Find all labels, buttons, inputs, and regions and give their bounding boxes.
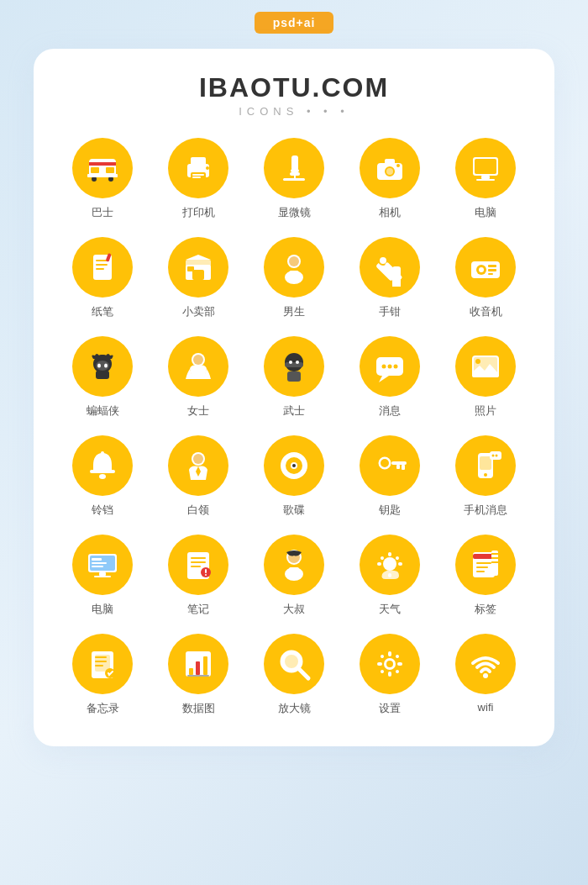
icon-item-printer: 打印机	[155, 138, 242, 220]
svg-rect-132	[196, 661, 200, 675]
icon-label-message: 消息	[379, 403, 401, 419]
svg-rect-85	[480, 456, 491, 470]
svg-rect-144	[395, 654, 400, 659]
icon-item-weather: 天气	[346, 535, 433, 617]
icon-item-shop: 小卖部	[155, 237, 242, 319]
icon-item-photo: 照片	[442, 336, 529, 419]
svg-rect-92	[99, 572, 106, 576]
icon-circle-radio	[455, 237, 516, 298]
svg-rect-126	[95, 656, 107, 658]
svg-rect-29	[96, 264, 108, 266]
icon-item-mobilemsg: 手机消息	[442, 435, 529, 518]
svg-rect-142	[380, 654, 385, 659]
svg-rect-128	[95, 665, 103, 666]
icon-circle-shop	[168, 237, 228, 298]
svg-rect-100	[191, 566, 201, 567]
svg-point-38	[289, 256, 299, 266]
main-card: IBAOTU.COM ICONS • • • 巴士 打印机 显微镜	[34, 49, 554, 746]
icon-label-bus: 巴士	[92, 205, 113, 220]
icon-label-tag: 标签	[475, 602, 496, 617]
icons-grid: 巴士 打印机 显微镜 相机 电脑	[59, 138, 529, 716]
icon-item-tag: 标签	[442, 535, 529, 617]
icon-circle-batman	[72, 336, 133, 397]
icon-label-notepad: 纸笔	[92, 304, 113, 319]
svg-point-71	[99, 474, 106, 479]
icon-circle-chart	[168, 634, 228, 694]
icon-circle-bus	[72, 138, 133, 198]
svg-rect-52	[96, 371, 109, 379]
site-title: IBAOTU.COM	[59, 72, 529, 103]
icon-item-man: 男生	[250, 237, 338, 319]
icon-circle-notepad	[72, 237, 133, 298]
icon-item-disc: 歌碟	[250, 435, 338, 518]
svg-line-137	[299, 669, 308, 678]
icon-item-bell: 铃铛	[59, 435, 146, 518]
svg-rect-99	[191, 561, 206, 563]
svg-point-10	[206, 166, 209, 170]
icon-circle-wrench	[360, 237, 420, 298]
icon-label-disc: 歌碟	[283, 503, 305, 518]
icon-label-printer: 打印机	[182, 205, 215, 220]
icon-label-mobilemsg: 手机消息	[464, 503, 507, 518]
svg-rect-107	[289, 567, 299, 577]
svg-rect-111	[377, 562, 381, 566]
icon-circle-photo	[455, 336, 516, 397]
icon-item-bus: 巴士	[59, 138, 146, 220]
icon-label-monitor: 电脑	[92, 602, 113, 617]
icon-item-wrench: 手钳	[346, 237, 433, 319]
icon-circle-notes	[168, 535, 228, 595]
svg-point-89	[496, 455, 498, 457]
icon-item-notepad: 纸笔	[59, 237, 146, 319]
svg-rect-28	[96, 260, 108, 261]
icon-label-chart: 数据图	[182, 701, 215, 716]
icon-item-whitecollar: 白领	[155, 435, 242, 518]
icon-item-key: 钥匙	[346, 435, 433, 518]
svg-rect-138	[388, 651, 391, 656]
svg-rect-81	[391, 461, 407, 465]
svg-rect-114	[395, 556, 400, 561]
svg-point-69	[475, 359, 480, 364]
icon-item-message: 消息	[346, 336, 433, 419]
icon-label-key: 钥匙	[379, 503, 401, 518]
icon-circle-key	[360, 435, 420, 496]
svg-rect-93	[94, 576, 111, 577]
svg-rect-58	[285, 362, 303, 367]
icon-label-whitecollar: 白领	[187, 503, 209, 518]
icon-circle-memo	[72, 634, 133, 694]
svg-rect-6	[87, 174, 118, 177]
icon-circle-monitor	[72, 535, 133, 595]
svg-rect-16	[283, 178, 305, 181]
svg-rect-117	[476, 562, 491, 564]
icon-circle-disc	[264, 435, 324, 496]
svg-rect-133	[203, 656, 207, 675]
svg-point-22	[396, 164, 400, 167]
icon-label-magnifier: 放大镜	[278, 701, 311, 716]
icon-label-notes: 笔记	[187, 602, 209, 617]
svg-rect-109	[388, 552, 391, 556]
svg-rect-127	[95, 661, 107, 662]
svg-rect-47	[488, 265, 496, 267]
svg-rect-33	[186, 260, 211, 266]
svg-rect-15	[290, 172, 300, 176]
svg-point-59	[289, 361, 292, 364]
svg-rect-141	[397, 662, 402, 666]
icon-item-notes: 笔记	[155, 535, 242, 617]
svg-point-88	[492, 455, 495, 457]
icon-circle-ninja	[264, 336, 324, 397]
icon-label-ninja: 武士	[283, 403, 305, 419]
svg-rect-12	[192, 176, 201, 178]
svg-rect-49	[488, 273, 493, 275]
icon-circle-bell	[72, 435, 133, 496]
svg-rect-131	[189, 668, 193, 675]
svg-rect-82	[402, 465, 405, 470]
icon-circle-printer	[168, 138, 228, 198]
icon-label-wifi: wifi	[478, 701, 494, 714]
icon-item-memo: 备忘录	[59, 634, 146, 716]
svg-rect-118	[476, 566, 488, 568]
svg-rect-70	[90, 470, 115, 473]
icon-item-radio: 收音机	[442, 237, 529, 319]
icon-item-batman: 蝙蝠侠	[59, 336, 146, 419]
svg-point-66	[394, 365, 398, 369]
svg-rect-139	[388, 672, 391, 677]
icon-label-bell: 铃铛	[92, 503, 113, 518]
